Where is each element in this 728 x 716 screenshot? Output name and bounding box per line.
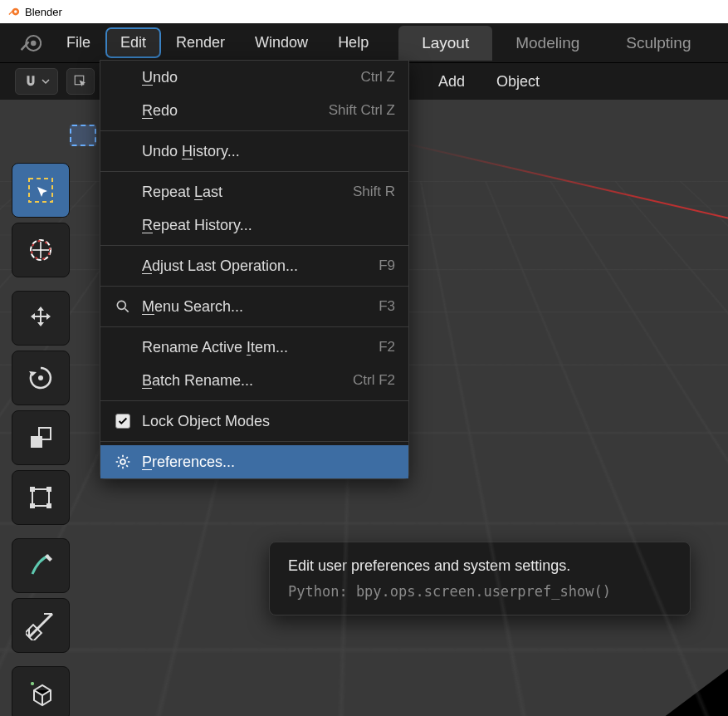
workspace-tabs: LayoutModelingSculpting — [398, 26, 714, 61]
menubar: FileEditRenderWindowHelp — [53, 29, 382, 56]
chevron-down-icon — [42, 77, 50, 86]
mode-button[interactable] — [66, 68, 95, 95]
menu-item-label: Repeat Last — [142, 184, 343, 201]
svg-rect-17 — [46, 503, 51, 508]
menu-edit[interactable]: Edit — [107, 29, 159, 56]
menu-item-preferences[interactable]: Preferences... — [100, 445, 408, 478]
menu-item-lock-object-modes[interactable]: Lock Object Modes — [100, 405, 408, 438]
menu-item-rename-active-item[interactable]: Rename Active Item...F2 — [100, 331, 408, 364]
workspace-tab-layout[interactable]: Layout — [398, 26, 492, 61]
cursor-box-icon — [73, 74, 88, 89]
select-box-icon — [26, 175, 56, 205]
blender-logo-icon — [20, 32, 42, 54]
svg-rect-11 — [31, 436, 42, 448]
menu-item-label: Menu Search... — [142, 298, 369, 316]
menu-item-undo-history[interactable]: Undo History... — [100, 135, 408, 168]
menu-item-label: Preferences... — [142, 454, 395, 471]
svg-point-10 — [38, 375, 43, 380]
tool-rotate[interactable] — [12, 351, 70, 405]
tooltip-python: Python: bpy.ops.screen.userpref_show() — [288, 583, 672, 600]
menu-item-label: Adjust Last Operation... — [142, 257, 369, 275]
menu-item-label: Lock Object Modes — [142, 413, 395, 430]
workspace-tab-sculpting[interactable]: Sculpting — [603, 26, 714, 61]
annotate-icon — [26, 551, 56, 581]
menu-separator — [100, 400, 408, 401]
menu-item-adjust-last-operation[interactable]: Adjust Last Operation...F9 — [100, 249, 408, 282]
add-cube-icon — [26, 679, 56, 709]
tool-select-box[interactable] — [12, 163, 70, 218]
menu-separator — [100, 441, 408, 442]
svg-rect-16 — [30, 503, 35, 508]
object-menu[interactable]: Object — [485, 73, 551, 91]
workspace-tab-modeling[interactable]: Modeling — [492, 26, 603, 61]
menu-item-shortcut: Ctrl F2 — [353, 372, 395, 389]
tool-add-cube[interactable] — [12, 666, 70, 716]
tool-measure[interactable] — [12, 598, 70, 653]
svg-point-19 — [117, 301, 125, 309]
menu-item-shortcut: Shift Ctrl Z — [329, 102, 395, 119]
tool-toolbar — [12, 163, 70, 716]
menu-item-label: Batch Rename... — [142, 372, 343, 390]
menu-item-repeat-history[interactable]: Repeat History... — [100, 208, 408, 242]
menu-render[interactable]: Render — [163, 29, 238, 56]
menu-separator — [100, 286, 408, 287]
tool-annotate[interactable] — [12, 538, 70, 593]
menu-item-undo[interactable]: UndoCtrl Z — [100, 61, 408, 94]
gear-icon — [114, 453, 132, 471]
blender-icon — [8, 6, 20, 17]
area-split-corner[interactable] — [663, 668, 728, 716]
svg-point-20 — [120, 459, 125, 464]
menu-item-redo[interactable]: RedoShift Ctrl Z — [100, 94, 408, 127]
svg-point-1 — [14, 10, 17, 13]
move-icon — [26, 303, 56, 333]
menu-item-batch-rename[interactable]: Batch Rename...Ctrl F2 — [100, 364, 408, 397]
menu-separator — [100, 171, 408, 172]
measure-icon — [26, 611, 56, 640]
tooltip-description: Edit user preferences and system setting… — [288, 557, 672, 575]
magnet-icon — [23, 74, 38, 89]
svg-rect-14 — [30, 487, 35, 492]
menu-item-shortcut: Ctrl Z — [360, 69, 395, 86]
menu-item-label: Repeat History... — [142, 217, 395, 234]
search-icon — [114, 297, 132, 316]
transform-icon — [26, 483, 56, 512]
menu-separator — [100, 326, 408, 327]
menu-item-label: Undo — [142, 69, 350, 86]
svg-rect-15 — [46, 487, 51, 492]
menu-item-shortcut: F9 — [379, 257, 395, 274]
app-title: Blender — [25, 6, 62, 18]
menu-item-shortcut: F2 — [379, 339, 395, 356]
tool-cursor[interactable] — [12, 223, 70, 277]
selection-gizmo — [70, 125, 96, 146]
menu-item-label: Undo History... — [142, 143, 395, 160]
menu-separator — [100, 130, 408, 131]
titlebar: Blender — [0, 0, 728, 23]
tooltip: Edit user preferences and system setting… — [269, 542, 691, 615]
svg-point-3 — [31, 40, 37, 46]
scale-icon — [26, 423, 56, 453]
menu-item-shortcut: F3 — [379, 298, 395, 315]
checkbox-icon — [114, 412, 132, 430]
topbar: FileEditRenderWindowHelp LayoutModelingS… — [0, 23, 728, 63]
menu-item-label: Rename Active Item... — [142, 339, 369, 356]
menu-item-label: Redo — [142, 102, 319, 120]
add-menu[interactable]: Add — [427, 73, 476, 91]
snap-dropdown[interactable] — [15, 68, 58, 95]
edit-menu-dropdown: UndoCtrl ZRedoShift Ctrl ZUndo History..… — [100, 60, 409, 479]
tool-move[interactable] — [12, 291, 70, 346]
tool-scale[interactable] — [12, 410, 70, 465]
tool-transform[interactable] — [12, 470, 70, 525]
menu-item-menu-search[interactable]: Menu Search...F3 — [100, 290, 408, 323]
rotate-icon — [26, 363, 56, 393]
cursor3d-icon — [26, 235, 56, 265]
menu-separator — [100, 245, 408, 246]
menu-window[interactable]: Window — [242, 29, 321, 56]
menu-help[interactable]: Help — [325, 29, 382, 56]
menu-item-repeat-last[interactable]: Repeat LastShift R — [100, 175, 408, 208]
menu-file[interactable]: File — [53, 29, 104, 56]
menu-item-shortcut: Shift R — [353, 184, 395, 200]
